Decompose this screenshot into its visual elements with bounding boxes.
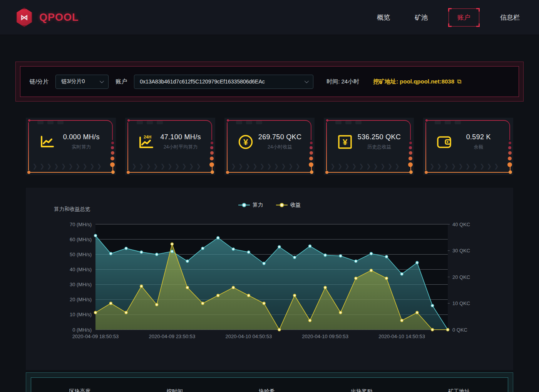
wallet-icon xyxy=(435,134,454,150)
stat-value: 536.250 QKC xyxy=(355,133,404,141)
stat-card-realtime-hashrate: 0.000 MH/s 实时算力 xyxy=(26,118,116,175)
brand[interactable]: ⋈ QPOOL xyxy=(15,8,79,27)
svg-text:60 (MH/s): 60 (MH/s) xyxy=(70,237,92,242)
brand-name: QPOOL xyxy=(39,12,79,23)
svg-text:2020-04-09 23:50:53: 2020-04-09 23:50:53 xyxy=(149,334,196,339)
table-header-block-hash: 块哈希 xyxy=(259,388,275,392)
svg-text:24H: 24H xyxy=(144,135,151,139)
table-header-miner-address: 矿工地址 xyxy=(448,388,470,392)
chain-shard-value: 链3/分片0 xyxy=(61,78,85,85)
legend-item-hashrate[interactable]: 算力 xyxy=(238,202,263,209)
line-chart-icon xyxy=(37,135,57,149)
svg-text:2020-04-10 14:50:53: 2020-04-10 14:50:53 xyxy=(378,334,425,339)
svg-text:¥: ¥ xyxy=(343,137,348,147)
svg-text:70 (MH/s): 70 (MH/s) xyxy=(70,222,92,227)
nav-item-pool[interactable]: 矿池 xyxy=(411,9,432,26)
svg-text:20 QKC: 20 QKC xyxy=(452,274,470,280)
svg-text:2020-04-09 18:50:53: 2020-04-09 18:50:53 xyxy=(72,334,119,339)
nav-item-overview[interactable]: 概览 xyxy=(373,9,394,26)
svg-text:30 (MH/s): 30 (MH/s) xyxy=(70,282,92,287)
chain-shard-label: 链/分片 xyxy=(30,78,49,85)
stat-value: 0.000 MH/s xyxy=(57,133,106,141)
svg-text:0 QKC: 0 QKC xyxy=(452,327,467,333)
nav-item-account-label: 账户 xyxy=(457,14,470,21)
svg-text:2020-04-10 04:50:53: 2020-04-10 04:50:53 xyxy=(225,334,272,339)
svg-text:0 (MH/s): 0 (MH/s) xyxy=(72,327,92,333)
yen-circle-icon: ¥ xyxy=(236,134,255,150)
line-chart-24h-icon: 24H xyxy=(137,134,156,150)
stat-card-24h-revenue: ¥ 269.750 QKC 24小时收益 xyxy=(224,118,315,175)
svg-text:2020-04-10 09:50:53: 2020-04-10 09:50:53 xyxy=(302,334,348,339)
hashrate-revenue-line-chart[interactable]: 0 (MH/s)10 (MH/s)20 (MH/s)30 (MH/s)40 (M… xyxy=(26,215,513,348)
svg-text:20 (MH/s): 20 (MH/s) xyxy=(70,297,92,302)
legend-item-revenue[interactable]: 收益 xyxy=(276,202,301,209)
chevrons-decoration xyxy=(224,163,309,170)
stat-label: 历史总收益 xyxy=(355,144,404,150)
svg-text:50 (MH/s): 50 (MH/s) xyxy=(70,252,92,257)
chevron-down-icon xyxy=(305,79,309,83)
chevrons-decoration xyxy=(324,163,408,170)
chevrons-decoration xyxy=(423,163,508,170)
table-header-mined-time: 挖时间 xyxy=(167,388,183,392)
stats-row: 0.000 MH/s 实时算力 24H 47.100 MH/s 24小时平均算力… xyxy=(26,118,513,175)
top-navbar: ⋈ QPOOL 概览 矿池 账户 信息栏 xyxy=(0,0,539,35)
legend-marker-revenue xyxy=(276,205,288,205)
nav-item-account[interactable]: 账户 xyxy=(449,8,479,27)
stat-value: 47.100 MH/s xyxy=(156,133,205,141)
svg-text:40 QKC: 40 QKC xyxy=(452,222,470,227)
legend-label-hashrate: 算力 xyxy=(253,202,263,209)
nav-item-infobar[interactable]: 信息栏 xyxy=(496,9,524,26)
svg-text:10 QKC: 10 QKC xyxy=(452,300,470,306)
stat-card-total-revenue: ¥ 536.250 QKC 历史总收益 xyxy=(324,118,414,175)
stat-label: 24小时平均算力 xyxy=(156,144,205,150)
filter-bar-frame: 链/分片 链3/分片0 账户 0x13A83b461d7c612f5C12097… xyxy=(15,62,524,102)
stat-card-24h-average-hashrate: 24H 47.100 MH/s 24小时平均算力 xyxy=(125,118,215,175)
legend-marker-hashrate xyxy=(238,205,250,205)
stat-value: 0.592 K xyxy=(454,133,503,141)
stat-card-balance: 0.592 K 余额 xyxy=(423,118,513,175)
chain-shard-select[interactable]: 链3/分片0 xyxy=(55,75,109,89)
mining-address-link[interactable]: 挖矿地址: pool.qpool.net:8038 ⧉ xyxy=(373,78,461,85)
account-label: 账户 xyxy=(116,78,127,85)
chevron-down-icon xyxy=(100,79,104,83)
time-range-text: 时间: 24小时 xyxy=(326,78,359,85)
svg-text:¥: ¥ xyxy=(243,137,248,147)
mining-address-text: 挖矿地址: pool.qpool.net:8038 xyxy=(373,78,454,85)
chevrons-decoration xyxy=(125,163,210,170)
account-address-value: 0x13A83b461d7c612f5C120979cEf16335806d6E… xyxy=(140,78,265,85)
chart-legend: 算力 收益 xyxy=(26,202,513,209)
yen-square-icon: ¥ xyxy=(335,134,355,150)
hashrate-revenue-chart-panel: 算力和收益总览 算力 收益 0 (MH/s)10 (MH/s)20 (MH/s)… xyxy=(26,188,513,370)
account-select[interactable]: 0x13A83b461d7c612f5C120979cEf16335806d6E… xyxy=(134,75,313,89)
table-header-block-height: 区块高度 xyxy=(69,388,91,392)
svg-text:40 (MH/s): 40 (MH/s) xyxy=(70,267,92,272)
qpool-logo-icon: ⋈ xyxy=(15,8,33,27)
svg-text:10 (MH/s): 10 (MH/s) xyxy=(70,312,92,317)
legend-label-revenue: 收益 xyxy=(290,202,301,209)
stat-value: 269.750 QKC xyxy=(255,133,305,141)
stat-label: 实时算力 xyxy=(57,144,106,150)
stat-label: 余额 xyxy=(454,144,503,150)
svg-text:30 QKC: 30 QKC xyxy=(452,248,470,254)
filter-bar: 链/分片 链3/分片0 账户 0x13A83b461d7c612f5C12097… xyxy=(20,67,519,97)
stat-label: 24小时收益 xyxy=(255,144,305,150)
main-nav: 概览 矿池 账户 信息栏 xyxy=(373,8,524,27)
chevrons-decoration xyxy=(26,163,110,170)
table-header-block-reward: 出块奖励 xyxy=(351,388,372,392)
copy-icon[interactable]: ⧉ xyxy=(457,78,461,85)
blocks-table-header-row: 区块高度 挖时间 块哈希 出块奖励 矿工地址 xyxy=(31,378,508,392)
blocks-table-frame: 区块高度 挖时间 块哈希 出块奖励 矿工地址 xyxy=(26,372,513,392)
